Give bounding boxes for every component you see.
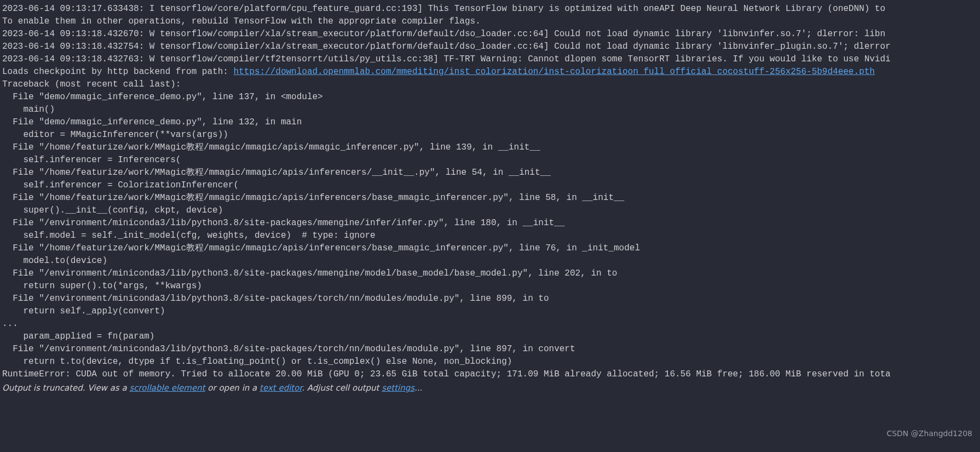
- log-line: File "/home/featurize/work/MMagic教程/mmag…: [2, 192, 978, 204]
- log-line: model.to(device): [2, 255, 978, 267]
- log-text: Loads checkpoint by http backend from pa…: [2, 67, 233, 77]
- scrollable-element-link[interactable]: scrollable element: [129, 383, 205, 393]
- log-line: Traceback (most recent call last):: [2, 78, 978, 91]
- trunc-text: ...: [414, 383, 422, 393]
- log-line: 2023-06-14 09:13:18.432670: W tensorflow…: [2, 28, 978, 41]
- log-line: Loads checkpoint by http backend from pa…: [2, 66, 978, 78]
- log-line: self.model = self._init_model(cfg, weigh…: [2, 230, 978, 242]
- log-line: 2023-06-14 09:13:18.432763: W tensorflow…: [2, 53, 978, 66]
- log-line: editor = MMagicInferencer(**vars(args)): [2, 129, 978, 141]
- log-line: File "/home/featurize/work/MMagic教程/mmag…: [2, 242, 978, 255]
- trunc-text: or open in a: [205, 383, 260, 393]
- log-line: File "/home/featurize/work/MMagic教程/mmag…: [2, 141, 978, 154]
- text-editor-link[interactable]: text editor: [260, 383, 302, 393]
- terminal-output: 2023-06-14 09:13:17.633438: I tensorflow…: [0, 0, 980, 397]
- log-line: ...: [2, 318, 978, 330]
- log-line: File "/environment/miniconda3/lib/python…: [2, 217, 978, 230]
- log-line: File "/home/featurize/work/MMagic教程/mmag…: [2, 167, 978, 179]
- checkpoint-url-link[interactable]: https://download.openmmlab.com/mmediting…: [233, 67, 874, 77]
- log-line: RuntimeError: CUDA out of memory. Tried …: [2, 368, 978, 381]
- log-line: File "demo/mmagic_inference_demo.py", li…: [2, 116, 978, 129]
- log-line: super().__init__(config, ckpt, device): [2, 204, 978, 217]
- log-line: To enable them in other operations, rebu…: [2, 15, 978, 28]
- trunc-text: Output is truncated. View as a: [2, 383, 129, 393]
- log-line: self.inferencer = Inferencers(: [2, 154, 978, 167]
- log-line: return super().to(*args, **kwargs): [2, 280, 978, 293]
- log-line: main(): [2, 104, 978, 116]
- log-line: 2023-06-14 09:13:17.633438: I tensorflow…: [2, 3, 978, 15]
- trunc-text: . Adjust cell output: [302, 383, 382, 393]
- log-line: return self._apply(convert): [2, 305, 978, 318]
- truncation-notice: Output is truncated. View as a scrollabl…: [2, 382, 978, 394]
- log-line: self.inferencer = ColorizationInferencer…: [2, 179, 978, 192]
- watermark-text: CSDN @Zhangdd1208: [886, 427, 972, 440]
- log-line: File "/environment/miniconda3/lib/python…: [2, 293, 978, 305]
- log-line: File "/environment/miniconda3/lib/python…: [2, 343, 978, 356]
- log-line: 2023-06-14 09:13:18.432754: W tensorflow…: [2, 41, 978, 53]
- log-line: param_applied = fn(param): [2, 330, 978, 343]
- log-line: File "/environment/miniconda3/lib/python…: [2, 267, 978, 280]
- log-line: File "demo/mmagic_inference_demo.py", li…: [2, 91, 978, 104]
- settings-link[interactable]: settings: [382, 383, 414, 393]
- log-line: return t.to(device, dtype if t.is_floati…: [2, 356, 978, 368]
